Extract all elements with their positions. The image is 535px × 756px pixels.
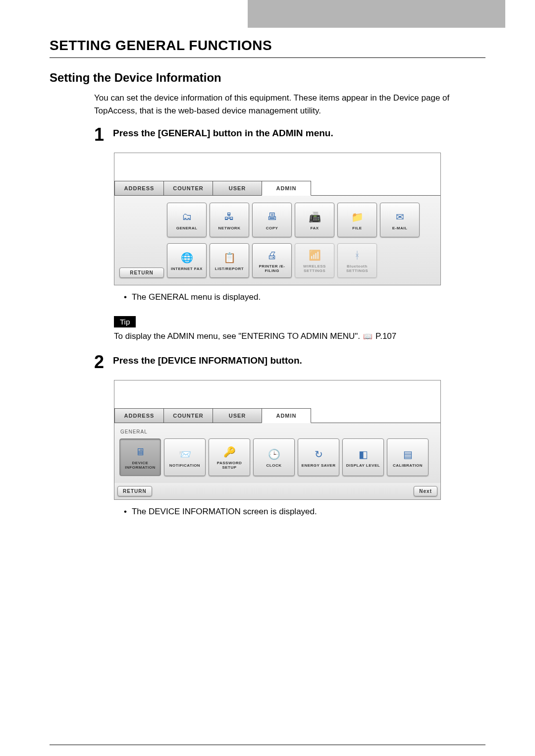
screenshot-admin-menu: ADDRESS COUNTER USER ADMIN 🗂 GENERAL 🖧 N… bbox=[114, 153, 441, 285]
tab-user[interactable]: USER bbox=[213, 408, 262, 423]
bt-icon: ᚼ bbox=[349, 248, 366, 263]
step-2: 2 Press the [DEVICE INFORMATION] button. bbox=[94, 353, 485, 371]
general-icon: 🗂 bbox=[178, 210, 195, 224]
energy-icon: ↻ bbox=[310, 447, 327, 462]
internet-fax-button[interactable]: 🌐 INTERNET FAX bbox=[167, 243, 207, 278]
header-bar bbox=[0, 0, 535, 28]
device-information-button[interactable]: 🖥 DEVICE INFORMATION bbox=[119, 438, 161, 476]
general-button[interactable]: 🗂 GENERAL bbox=[167, 203, 207, 237]
step-1: 1 Press the [GENERAL] button in the ADMI… bbox=[94, 126, 485, 144]
printer-icon: 🖨 bbox=[264, 248, 280, 263]
return-button[interactable]: RETURN bbox=[119, 268, 164, 278]
notify-icon: 📨 bbox=[176, 447, 193, 462]
tab-admin[interactable]: ADMIN bbox=[262, 181, 311, 196]
screenshot-general-menu: ADDRESS COUNTER USER ADMIN GENERAL 🖥 DEV… bbox=[114, 380, 441, 500]
tip-text: To display the ADMIN menu, see "ENTERING… bbox=[114, 331, 485, 341]
book-icon: 📖 bbox=[363, 332, 373, 341]
email-button[interactable]: ✉ E-MAIL bbox=[380, 203, 420, 237]
copy-button[interactable]: 🖶 COPY bbox=[252, 203, 292, 237]
bluetooth-settings-button[interactable]: ᚼ Bluetooth SETTINGS bbox=[337, 243, 377, 278]
device-icon: 🖥 bbox=[132, 444, 149, 459]
page-footer: SETTING GENERAL FUNCTIONS 109 bbox=[50, 745, 485, 756]
section-title: SETTING GENERAL FUNCTIONS bbox=[50, 38, 485, 54]
password-setup-button[interactable]: 🔑 PASSWORD SETUP bbox=[209, 438, 250, 476]
wireless-settings-button[interactable]: 📶 WIRELESS SETTINGS bbox=[295, 243, 334, 278]
subsection-title: Setting the Device Information bbox=[50, 71, 485, 85]
fax-icon: 📠 bbox=[306, 210, 323, 224]
display-icon: ◧ bbox=[355, 447, 372, 462]
tab-address[interactable]: ADDRESS bbox=[114, 181, 164, 196]
tab-row: ADDRESS COUNTER USER ADMIN bbox=[114, 181, 440, 196]
step-number: 1 bbox=[94, 126, 113, 144]
calib-icon: ▤ bbox=[399, 447, 416, 462]
ifax-icon: 🌐 bbox=[178, 250, 195, 265]
printer-efiling-button[interactable]: 🖨 PRINTER /E-FILING bbox=[252, 243, 292, 278]
energy-saver-button[interactable]: ↻ ENERGY SAVER bbox=[298, 438, 339, 476]
list-icon: 📋 bbox=[221, 250, 238, 265]
step-2-title: Press the [DEVICE INFORMATION] button. bbox=[113, 355, 485, 366]
file-icon: 📁 bbox=[349, 210, 366, 224]
file-button[interactable]: 📁 FILE bbox=[337, 203, 377, 237]
copy-icon: 🖶 bbox=[264, 210, 280, 224]
tab-address[interactable]: ADDRESS bbox=[114, 408, 164, 423]
step-2-result: The DEVICE INFORMATION screen is display… bbox=[124, 507, 485, 517]
tab-row: ADDRESS COUNTER USER ADMIN bbox=[114, 408, 440, 423]
tip-badge: Tip bbox=[114, 316, 136, 327]
display-level-button[interactable]: ◧ DISPLAY LEVEL bbox=[342, 438, 384, 476]
list-report-button[interactable]: 📋 LIST/REPORT bbox=[210, 243, 249, 278]
clock-button[interactable]: 🕒 CLOCK bbox=[253, 438, 295, 476]
tab-counter[interactable]: COUNTER bbox=[163, 181, 213, 196]
tab-admin[interactable]: ADMIN bbox=[262, 408, 311, 423]
wifi-icon: 📶 bbox=[306, 248, 323, 263]
breadcrumb-general: GENERAL bbox=[119, 427, 435, 435]
network-button[interactable]: 🖧 NETWORK bbox=[210, 203, 249, 237]
step-1-result: The GENERAL menu is displayed. bbox=[124, 292, 485, 302]
clock-icon: 🕒 bbox=[266, 447, 282, 462]
tab-counter[interactable]: COUNTER bbox=[163, 408, 213, 423]
tab-user[interactable]: USER bbox=[213, 181, 262, 196]
step-number: 2 bbox=[94, 353, 113, 371]
step-1-title: Press the [GENERAL] button in the ADMIN … bbox=[113, 128, 485, 139]
fax-button[interactable]: 📠 FAX bbox=[295, 203, 334, 237]
calibration-button[interactable]: ▤ CALIBRATION bbox=[387, 438, 428, 476]
intro-text: You can set the device information of th… bbox=[94, 92, 485, 117]
header-grey-block bbox=[248, 0, 505, 28]
network-icon: 🖧 bbox=[221, 210, 238, 224]
pwd-icon: 🔑 bbox=[221, 444, 238, 459]
next-button[interactable]: Next bbox=[414, 486, 437, 496]
return-button[interactable]: RETURN bbox=[117, 486, 152, 496]
rule bbox=[50, 57, 485, 58]
notification-button[interactable]: 📨 NOTIFICATION bbox=[164, 438, 206, 476]
email-icon: ✉ bbox=[391, 210, 408, 224]
